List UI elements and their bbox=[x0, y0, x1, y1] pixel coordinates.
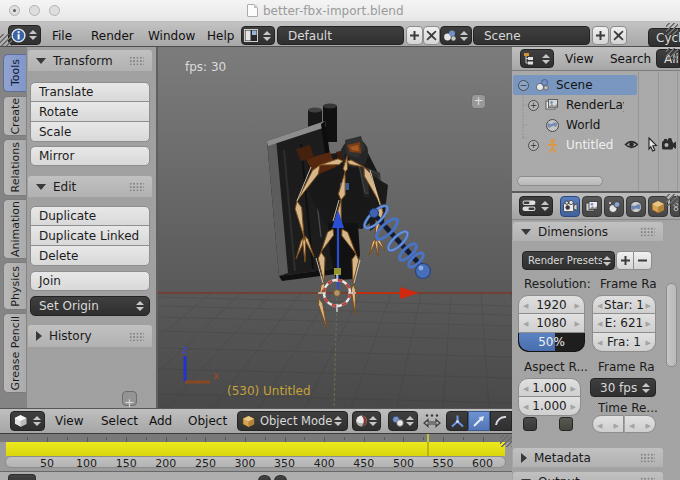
viewport-editor-type-button[interactable] bbox=[10, 411, 45, 431]
add-preset-button[interactable] bbox=[616, 251, 634, 270]
interaction-mode-dropdown[interactable]: Object Mode bbox=[237, 411, 348, 431]
current-frame-marker[interactable] bbox=[427, 434, 429, 456]
viewport-menu-select[interactable]: Select bbox=[101, 414, 138, 428]
scene-browse-button[interactable] bbox=[440, 26, 472, 45]
tab-scene[interactable] bbox=[604, 196, 624, 217]
timeline-playback-range[interactable] bbox=[6, 442, 505, 456]
outliner-menu-search[interactable]: Search bbox=[610, 52, 651, 66]
tab-physics[interactable]: Physics bbox=[3, 262, 26, 310]
set-origin-dropdown[interactable]: Set Origin bbox=[30, 296, 150, 316]
panel-grip-icon[interactable] bbox=[129, 182, 144, 191]
panel-grip-icon[interactable] bbox=[640, 227, 655, 236]
increment-arrow-icon[interactable]: ▶ bbox=[614, 422, 619, 430]
transform-panel-header[interactable]: Transform bbox=[28, 50, 152, 71]
screen-layout-field[interactable]: Default bbox=[277, 26, 404, 45]
render-presets-dropdown[interactable]: Render Presets bbox=[522, 251, 615, 270]
dimensions-panel-header[interactable]: Dimensions bbox=[513, 222, 663, 241]
viewport-menu-add[interactable]: Add bbox=[149, 414, 172, 428]
outliner-editor-type-button[interactable] bbox=[520, 49, 554, 68]
spiral-spring[interactable] bbox=[361, 203, 430, 279]
aspect-x-field[interactable]: ◀1.000▶ bbox=[518, 378, 581, 397]
viewport-menu-view[interactable]: View bbox=[55, 414, 83, 428]
crop-checkbox[interactable] bbox=[559, 417, 573, 431]
tab-world[interactable] bbox=[626, 196, 646, 217]
screen-layout-browse-button[interactable] bbox=[241, 26, 275, 45]
pivot-point-dropdown[interactable] bbox=[388, 411, 418, 431]
x-axis-arrow[interactable] bbox=[400, 287, 419, 299]
panel-grip-icon[interactable] bbox=[129, 332, 144, 341]
visibility-eye-icon[interactable] bbox=[624, 138, 639, 151]
output-panel-header[interactable]: Output bbox=[513, 472, 663, 480]
delete-button[interactable]: Delete bbox=[30, 246, 150, 266]
area-corner-handle[interactable] bbox=[500, 435, 512, 447]
outliner-menu-view[interactable]: View bbox=[565, 52, 593, 66]
decrement-arrow-icon[interactable]: ◀ bbox=[597, 422, 602, 430]
menu-window[interactable]: Window bbox=[148, 29, 195, 43]
remove-preset-button[interactable] bbox=[634, 251, 652, 270]
increment-arrow-icon[interactable]: ▶ bbox=[646, 422, 651, 430]
border-checkbox[interactable] bbox=[523, 417, 537, 431]
add-scene-button[interactable] bbox=[592, 26, 609, 45]
y-axis-handle[interactable] bbox=[334, 268, 341, 275]
frame-step-field[interactable]: ◀Fra: 1▶ bbox=[592, 333, 656, 352]
increment-arrow-icon[interactable]: ▶ bbox=[646, 320, 651, 328]
add-layout-button[interactable] bbox=[406, 26, 423, 45]
panel-grip-icon[interactable] bbox=[129, 56, 144, 65]
translate-manipulator-button[interactable] bbox=[468, 411, 490, 431]
close-window-button[interactable] bbox=[9, 5, 20, 16]
increment-arrow-icon[interactable]: ▶ bbox=[646, 302, 651, 310]
playback-button[interactable] bbox=[274, 475, 287, 480]
zoom-window-button[interactable] bbox=[49, 5, 60, 16]
rotate-button[interactable]: Rotate bbox=[30, 102, 150, 122]
frame-end-field[interactable]: ◀E: 621▶ bbox=[592, 314, 656, 333]
resolution-x-field[interactable]: ◀1920▶ bbox=[518, 295, 585, 314]
tab-render[interactable] bbox=[560, 196, 580, 217]
renderability-camera-icon[interactable] bbox=[661, 138, 677, 151]
properties-editor-type-button[interactable] bbox=[519, 196, 553, 216]
translate-button[interactable]: Translate bbox=[30, 82, 150, 102]
menu-render[interactable]: Render bbox=[91, 29, 134, 43]
time-remap-old-field[interactable]: ◀▶ bbox=[592, 415, 624, 433]
viewport-menu-object[interactable]: Object bbox=[188, 414, 227, 428]
3d-viewport[interactable]: z x fps: 30 (530) Untitled + bbox=[158, 47, 512, 408]
panel-grip-icon[interactable] bbox=[640, 453, 655, 462]
area-corner-handle[interactable] bbox=[666, 194, 678, 206]
timeline[interactable]: 50100150200250300350400450500550600 bbox=[0, 434, 512, 471]
area-corner-handle[interactable] bbox=[666, 23, 678, 35]
increment-arrow-icon[interactable]: ▶ bbox=[571, 385, 576, 393]
increment-arrow-icon[interactable]: ▶ bbox=[646, 339, 651, 347]
properties-vertical-scrollbar[interactable] bbox=[666, 283, 677, 367]
timeline-editor-type-button[interactable] bbox=[8, 474, 36, 480]
mirror-button[interactable]: Mirror bbox=[30, 146, 150, 166]
edit-panel-header[interactable]: Edit bbox=[28, 176, 152, 197]
area-corner-handle[interactable] bbox=[666, 48, 678, 60]
menu-help[interactable]: Help bbox=[207, 29, 234, 43]
decrement-arrow-icon[interactable]: ◀ bbox=[523, 385, 528, 393]
manipulator-toggle-button[interactable] bbox=[446, 411, 468, 431]
duplicate-button[interactable]: Duplicate bbox=[30, 206, 150, 226]
increment-arrow-icon[interactable]: ▶ bbox=[575, 320, 580, 328]
decrement-arrow-icon[interactable]: ◀ bbox=[523, 320, 528, 328]
layout-stepper-icon[interactable] bbox=[262, 28, 272, 43]
editor-stepper-icon[interactable] bbox=[28, 28, 38, 43]
scale-button[interactable]: Scale bbox=[30, 122, 150, 142]
scene-name-field[interactable]: Scene bbox=[473, 26, 590, 45]
expand-region-button[interactable]: + bbox=[122, 391, 137, 406]
tab-render-layers[interactable] bbox=[582, 196, 602, 217]
menu-file[interactable]: File bbox=[52, 29, 72, 43]
decrement-arrow-icon[interactable]: ◀ bbox=[629, 422, 634, 430]
decrement-arrow-icon[interactable]: ◀ bbox=[597, 302, 602, 310]
decrement-arrow-icon[interactable]: ◀ bbox=[523, 403, 528, 411]
increment-arrow-icon[interactable]: ▶ bbox=[575, 302, 580, 310]
minimize-window-button[interactable] bbox=[29, 5, 40, 16]
viewport-shading-dropdown[interactable] bbox=[352, 411, 381, 431]
decrement-arrow-icon[interactable]: ◀ bbox=[597, 320, 602, 328]
proportional-edit-toggle[interactable] bbox=[422, 411, 442, 431]
resolution-percentage-slider[interactable]: 50% bbox=[518, 333, 585, 352]
decrement-arrow-icon[interactable]: ◀ bbox=[597, 339, 602, 347]
aspect-y-field[interactable]: ◀1.000▶ bbox=[518, 397, 581, 416]
tab-object[interactable] bbox=[648, 196, 668, 217]
metadata-panel-header[interactable]: Metadata bbox=[513, 448, 663, 467]
time-remap-new-field[interactable]: ◀▶ bbox=[624, 415, 656, 433]
close-scene-button[interactable] bbox=[610, 26, 627, 45]
